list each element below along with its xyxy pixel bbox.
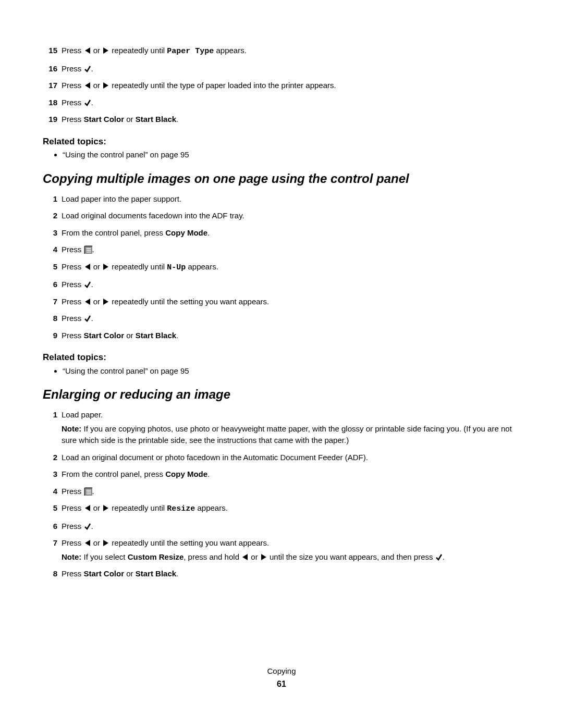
- step-text: Press .: [62, 313, 520, 325]
- instruction-step: 19 Press Start Color or Start Black.: [43, 114, 520, 128]
- instruction-step: 4 Press .: [43, 244, 520, 258]
- section-heading-copying-multiple: Copying multiple images on one page usin…: [43, 169, 520, 188]
- text-run: .: [91, 314, 93, 323]
- text-run: From the control panel, press: [62, 470, 165, 478]
- step-number: 5: [43, 261, 57, 273]
- step-text: Press .: [62, 244, 520, 256]
- text-run: Press: [62, 569, 84, 578]
- step-text: Load paper into the paper support.: [62, 193, 520, 205]
- text-run: Press: [62, 81, 84, 90]
- menu-icon: [84, 245, 92, 254]
- step-number: 18: [43, 97, 57, 109]
- step-text: From the control panel, press Copy Mode.: [62, 468, 520, 480]
- triangle-left-icon: [241, 553, 249, 561]
- step-body: From the control panel, press Copy Mode.: [62, 227, 520, 241]
- triangle-left-icon: [84, 298, 91, 305]
- step-body: Press or repeatedly until the type of pa…: [62, 80, 520, 94]
- text-run: Load paper into the paper support.: [62, 194, 181, 203]
- triangle-right-icon: [102, 263, 109, 270]
- instruction-step: 2 Load an original document or photo fac…: [43, 452, 520, 466]
- triangle-left-icon: [84, 263, 91, 270]
- instruction-step: 8 Press .: [43, 313, 520, 327]
- step-body: Press .: [62, 63, 520, 77]
- step-text: Press .: [62, 521, 520, 533]
- text-run: Load an original document or photo faced…: [62, 453, 368, 462]
- instruction-section-continued: 15 Press or repeatedly until Paper Type …: [43, 45, 520, 128]
- text-run: .: [92, 487, 94, 496]
- step-body: Load paper into the paper support.: [62, 193, 520, 207]
- step-text: Press .: [62, 63, 520, 75]
- text-run: Press: [62, 262, 84, 271]
- instruction-step: 5 Press or repeatedly until Resize appea…: [43, 502, 520, 517]
- step-number: 2: [43, 210, 57, 222]
- text-run: Press: [62, 297, 84, 306]
- step-body: Load paper. Note: If you are copying pho…: [62, 409, 520, 449]
- text-run: Start Color: [84, 115, 125, 124]
- text-run: or: [91, 503, 103, 512]
- text-run: Press: [62, 522, 84, 530]
- step-note: Note: If you select Custom Resize, press…: [62, 551, 520, 563]
- step-number: 1: [43, 409, 57, 421]
- step-body: From the control panel, press Copy Mode.: [62, 468, 520, 483]
- step-text: Load original documents facedown into th…: [62, 210, 520, 222]
- related-topics-item: “Using the control panel” on page 95: [63, 365, 520, 377]
- step-body: Press .: [62, 313, 520, 327]
- step-number: 7: [43, 296, 57, 308]
- instruction-section-c: 1 Load paper. Note: If you are copying p…: [43, 409, 520, 582]
- step-number: 9: [43, 330, 57, 342]
- step-number: 17: [43, 80, 57, 92]
- text-run: Start Black: [136, 115, 176, 124]
- instruction-step: 6 Press .: [43, 279, 520, 293]
- text-run: appears.: [195, 503, 228, 512]
- text-run: or: [91, 538, 103, 547]
- step-body: Press or repeatedly until the setting yo…: [62, 537, 520, 565]
- instruction-step: 3 From the control panel, press Copy Mod…: [43, 227, 520, 241]
- step-body: Press .: [62, 97, 520, 111]
- instruction-step: 18 Press .: [43, 97, 520, 111]
- instruction-section-b: 1 Load paper into the paper support. 2 L…: [43, 193, 520, 344]
- text-run: Load original documents facedown into th…: [62, 211, 244, 220]
- text-run: repeatedly until: [109, 46, 167, 55]
- step-body: Press .: [62, 279, 520, 293]
- text-run: .: [91, 98, 93, 107]
- checkmark-icon: [84, 99, 91, 106]
- page-footer: Copying 61: [43, 665, 520, 691]
- step-body: Press Start Color or Start Black.: [62, 568, 520, 582]
- text-run: Press: [62, 314, 84, 323]
- step-number: 4: [43, 244, 57, 256]
- step-number: 2: [43, 452, 57, 464]
- step-text: Press Start Color or Start Black.: [62, 330, 520, 342]
- instruction-step: 2 Load original documents facedown into …: [43, 210, 520, 224]
- text-run: Start Color: [84, 569, 125, 578]
- checkmark-icon: [435, 553, 443, 561]
- text-run: If you select: [81, 552, 127, 561]
- step-body: Load an original document or photo faced…: [62, 452, 520, 466]
- checkmark-icon: [84, 315, 91, 322]
- step-number: 1: [43, 193, 57, 205]
- text-run: If you are copying photos, use photo or …: [62, 424, 512, 445]
- text-run: , press and hold: [183, 552, 241, 561]
- footer-label: Copying: [43, 665, 520, 677]
- triangle-left-icon: [84, 82, 91, 89]
- instruction-step: 6 Press .: [43, 521, 520, 535]
- text-run: Press: [62, 331, 84, 340]
- step-text: Press Start Color or Start Black.: [62, 568, 520, 580]
- step-body: Press or repeatedly until the setting yo…: [62, 296, 520, 310]
- text-run: Press: [62, 538, 84, 547]
- instruction-step: 15 Press or repeatedly until Paper Type …: [43, 45, 520, 60]
- step-number: 4: [43, 486, 57, 498]
- related-topics-list: “Using the control panel” on page 95: [43, 149, 520, 161]
- triangle-left-icon: [84, 504, 91, 512]
- text-run: Press: [62, 245, 84, 254]
- triangle-left-icon: [84, 539, 91, 547]
- text-run: Start Black: [136, 569, 176, 578]
- text-run: or: [91, 297, 103, 306]
- step-number: 15: [43, 45, 57, 57]
- step-text: Press or repeatedly until Resize appears…: [62, 502, 520, 515]
- text-run: Resize: [167, 504, 195, 513]
- instruction-step: 5 Press or repeatedly until N-Up appears…: [43, 261, 520, 276]
- text-run: From the control panel, press: [62, 228, 165, 237]
- instruction-step: 16 Press .: [43, 63, 520, 77]
- text-run: .: [176, 331, 178, 340]
- step-number: 5: [43, 502, 57, 514]
